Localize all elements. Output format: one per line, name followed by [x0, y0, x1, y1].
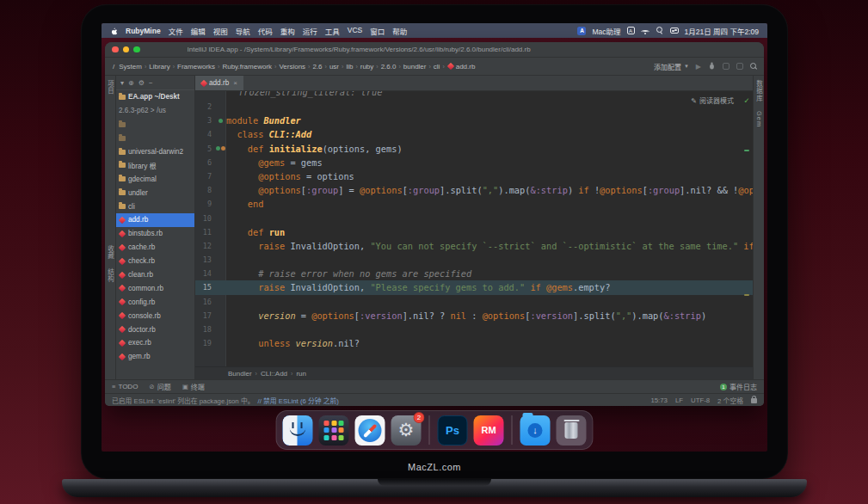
nav-crumb-3[interactable]: Ruby.framework: [220, 63, 274, 71]
project-settings-gear-icon[interactable]: ⚙: [139, 79, 145, 87]
nav-crumb-11[interactable]: cli: [432, 63, 442, 71]
nav-crumb-5[interactable]: 2.6: [311, 63, 323, 71]
menu-app-name[interactable]: RubyMine: [126, 27, 161, 35]
apple-menu-icon[interactable]: [110, 27, 118, 35]
override-marker-icon[interactable]: [216, 146, 220, 151]
menu-item-5[interactable]: 重构: [280, 26, 295, 36]
nav-file-crumb[interactable]: add.rb: [446, 63, 477, 71]
tree-item-gem.rb[interactable]: gem.rb: [116, 350, 194, 364]
code-line-12[interactable]: 12 raise InvalidOption, "You can not spe…: [195, 239, 753, 253]
nav-crumb-8[interactable]: ruby: [359, 63, 376, 71]
code-editor[interactable]: frozen_string_literal: true 23module Bun…: [195, 91, 753, 366]
tree-item-universal-darwin2[interactable]: universal-darwin2: [116, 145, 194, 159]
code-line-5[interactable]: 5 def initialize(options, gems): [195, 142, 753, 156]
toolstrip-project-tab[interactable]: 项目: [106, 76, 115, 99]
indent-setting[interactable]: 2 个空格: [717, 396, 743, 405]
code-line-16[interactable]: 16: [195, 295, 753, 309]
nav-crumb-2[interactable]: Frameworks: [175, 63, 217, 71]
dock-finder-icon[interactable]: [283, 415, 313, 446]
line-separator[interactable]: LF: [675, 396, 683, 404]
breadcrumb-1[interactable]: CLI::Add: [261, 370, 287, 378]
dock-downloads-icon[interactable]: ↓: [520, 415, 551, 446]
dock-launchpad-icon[interactable]: [319, 415, 349, 446]
menu-item-3[interactable]: 导航: [236, 26, 250, 36]
profiler-icon[interactable]: [736, 63, 743, 70]
breadcrumb-0[interactable]: Bundler: [228, 370, 252, 378]
control-center-icon[interactable]: [670, 28, 679, 34]
tree-item-common.rb[interactable]: common.rb: [116, 281, 194, 295]
tree-item-clean.rb[interactable]: clean.rb: [116, 268, 194, 282]
nav-crumb-10[interactable]: bundler: [402, 63, 428, 71]
nav-crumb-4[interactable]: Versions: [277, 63, 307, 71]
toolstrip-favorites-tab[interactable]: 收藏: [106, 241, 115, 264]
tree-item-0[interactable]: [116, 118, 194, 132]
tree-item-gdecimal[interactable]: gdecimal: [116, 172, 194, 186]
tree-item-console.rb[interactable]: console.rb: [116, 309, 194, 323]
nav-crumb-1[interactable]: Library: [147, 63, 171, 71]
menu-item-4[interactable]: 代码: [258, 26, 273, 36]
code-line-15[interactable]: 15 raise InvalidOption, "Please specify …: [195, 280, 753, 294]
dock-rubymine-icon[interactable]: RM: [474, 415, 504, 446]
code-line-8[interactable]: 8 @options[:group] = @options[:group].sp…: [195, 183, 753, 197]
toolwindow-todo-button[interactable]: ≡TODO: [112, 382, 138, 391]
implement-marker-icon[interactable]: [221, 146, 225, 151]
dock-trash-icon[interactable]: [557, 415, 587, 446]
project-view-dropdown[interactable]: ▾: [120, 79, 124, 87]
tree-item-config.rb[interactable]: config.rb: [116, 295, 194, 309]
code-line-13[interactable]: 13: [195, 253, 753, 267]
tree-item-cache.rb[interactable]: cache.rb: [116, 241, 194, 255]
readonly-lock-icon[interactable]: [751, 398, 757, 403]
project-root-0[interactable]: EA.app ~/Deskt: [116, 90, 194, 104]
code-line-3[interactable]: 3module Bundler: [195, 114, 753, 127]
run-configurations-dropdown[interactable]: 添加配置 ▼: [654, 62, 689, 71]
code-line-2[interactable]: 2: [195, 100, 753, 114]
dock-safari-icon[interactable]: [355, 415, 385, 446]
nav-crumb-7[interactable]: lib: [344, 63, 354, 71]
tree-item-cli[interactable]: cli: [116, 200, 194, 213]
dock-settings-icon[interactable]: ⚙2: [391, 415, 422, 446]
tree-item-exec.rb[interactable]: exec.rb: [116, 336, 194, 350]
close-window-button[interactable]: [112, 46, 119, 53]
code-line-6[interactable]: 6 @gems = gems: [195, 156, 753, 169]
wifi-icon[interactable]: [641, 28, 650, 34]
menu-item-0[interactable]: 文件: [169, 26, 183, 36]
nav-root[interactable]: /: [111, 63, 116, 71]
editor-tab-add-rb[interactable]: add.rb ×: [195, 76, 243, 90]
reader-mode-chip[interactable]: ✎ 阅读器模式: [691, 95, 734, 108]
code-line-11[interactable]: 11 def run: [195, 225, 753, 239]
nav-crumb-6[interactable]: usr: [328, 63, 341, 71]
menu-item-8[interactable]: VCS: [348, 26, 362, 36]
caret-position[interactable]: 15:73: [650, 396, 668, 404]
tree-item-library 根[interactable]: library 根: [116, 158, 194, 172]
toolwindow-terminal-button[interactable]: ▣终端: [182, 382, 205, 391]
hide-panel-icon[interactable]: −: [149, 79, 153, 87]
input-source-icon[interactable]: A: [627, 27, 635, 34]
code-line-10[interactable]: 10: [195, 212, 753, 225]
run-button[interactable]: ▶: [696, 63, 701, 71]
tree-item-1[interactable]: [116, 132, 194, 145]
project-root-1[interactable]: 2.6.3-p62 > /us: [116, 104, 194, 118]
coverage-icon[interactable]: [723, 63, 729, 70]
menu-item-2[interactable]: 视图: [213, 26, 228, 36]
tree-item-doctor.rb[interactable]: doctor.rb: [116, 323, 194, 336]
code-line-18[interactable]: 18: [195, 323, 753, 336]
breadcrumb-2[interactable]: run: [296, 370, 306, 378]
inspection-ok-icon[interactable]: ✓: [744, 94, 749, 108]
toolstrip-structure-tab[interactable]: 结构: [106, 264, 115, 287]
method-marker-icon[interactable]: [219, 119, 223, 123]
menu-item-9[interactable]: 窗口: [370, 26, 385, 36]
spotlight-search-icon[interactable]: [656, 27, 664, 34]
toolstrip-database-tab[interactable]: 数据库: [754, 76, 764, 107]
close-tab-icon[interactable]: ×: [233, 79, 237, 87]
menu-item-7[interactable]: 工具: [325, 26, 340, 36]
debug-button[interactable]: [708, 62, 716, 71]
toolwindow-problems-button[interactable]: ⊘问题: [149, 382, 170, 391]
code-line-4[interactable]: 4 class CLI::Add: [195, 127, 753, 141]
tree-item-check.rb[interactable]: check.rb: [116, 255, 194, 268]
tree-item-add.rb[interactable]: add.rb: [116, 213, 194, 227]
menu-item-6[interactable]: 运行: [303, 26, 317, 36]
nav-crumb-9[interactable]: 2.6.0: [379, 63, 398, 71]
menu-item-1[interactable]: 编辑: [191, 26, 206, 36]
eslint-disable-link[interactable]: // 禁用 ESLint (6 分钟 之前): [257, 396, 338, 405]
dock-photoshop-icon[interactable]: Ps: [438, 415, 468, 446]
